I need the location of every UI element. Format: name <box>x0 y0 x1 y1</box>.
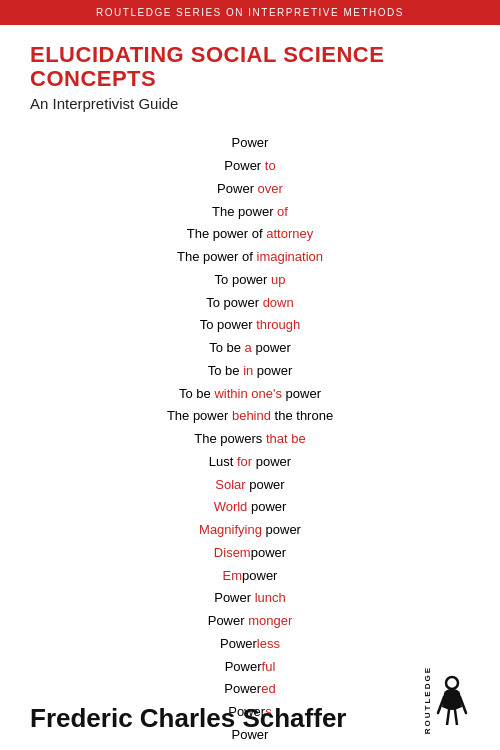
list-item: World power <box>30 496 470 519</box>
book-title: ELUCIDATING SOCIAL SCIENCE CONCEPTS <box>30 43 470 91</box>
top-bar: ROUTLEDGE SERIES ON INTERPRETIVE METHODS <box>0 0 500 25</box>
svg-point-0 <box>446 677 458 689</box>
list-item: Power <box>30 132 470 155</box>
list-item: To power down <box>30 292 470 315</box>
list-item: Power monger <box>30 610 470 633</box>
list-item: Power over <box>30 178 470 201</box>
list-item: To be in power <box>30 360 470 383</box>
list-item: Magnifying power <box>30 519 470 542</box>
list-item: The power of imagination <box>30 246 470 269</box>
book-subtitle: An Interpretivist Guide <box>30 95 470 112</box>
publisher-name: ROUTLEDGE <box>423 666 432 734</box>
routledge-figure-icon <box>434 675 470 725</box>
list-item: The power behind the throne <box>30 405 470 428</box>
list-item: The power of <box>30 201 470 224</box>
publisher-logo: ROUTLEDGE <box>423 666 470 734</box>
footer: Frederic Charles Schaffer ROUTLEDGE <box>0 656 500 750</box>
list-item: To be a power <box>30 337 470 360</box>
word-list: PowerPower toPower overThe power ofThe p… <box>30 132 470 746</box>
list-item: To be within one's power <box>30 383 470 406</box>
list-item: Disempower <box>30 542 470 565</box>
list-item: Power lunch <box>30 587 470 610</box>
main-content: ELUCIDATING SOCIAL SCIENCE CONCEPTS An I… <box>0 25 500 750</box>
list-item: To power through <box>30 314 470 337</box>
list-item: Powerless <box>30 633 470 656</box>
list-item: To power up <box>30 269 470 292</box>
list-item: The power of attorney <box>30 223 470 246</box>
list-item: Lust for power <box>30 451 470 474</box>
list-item: Power to <box>30 155 470 178</box>
list-item: The powers that be <box>30 428 470 451</box>
author-name: Frederic Charles Schaffer <box>30 703 346 734</box>
list-item: Solar power <box>30 474 470 497</box>
list-item: Empower <box>30 565 470 588</box>
series-label: ROUTLEDGE SERIES ON INTERPRETIVE METHODS <box>96 7 404 18</box>
